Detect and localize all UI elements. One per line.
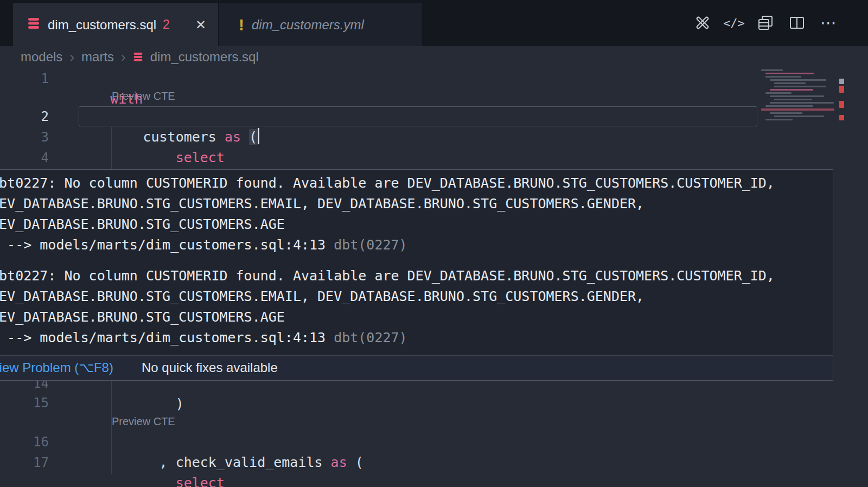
tab-label: dim_customers.sql — [48, 17, 156, 33]
line-number: 3 — [0, 127, 49, 148]
split-editor-icon[interactable] — [788, 14, 806, 32]
editor-actions: </> ⋯ — [693, 3, 838, 42]
error-marker — [839, 86, 844, 93]
error-source-badge: dbt(0227) — [334, 237, 407, 253]
editor-window: dim_customers.sql 2 ✕ ! dim_customers.ym… — [0, 0, 868, 487]
error-marker — [839, 101, 844, 108]
view-problem-link[interactable]: View Problem (⌥F8) — [0, 356, 113, 380]
breadcrumb: models › marts › dim_customers.sql — [0, 46, 868, 68]
text-cursor — [258, 128, 259, 144]
tab-bar: dim_customers.sql 2 ✕ ! dim_customers.ym… — [0, 0, 868, 46]
code-line-16[interactable]: , check_valid_emails as ( — [78, 432, 363, 452]
more-actions-icon[interactable]: ⋯ — [819, 14, 838, 32]
error-marker — [839, 115, 844, 120]
error-location: --> models/marts/dim_customers.sql:4:13 … — [0, 328, 833, 348]
breadcrumb-item-models[interactable]: models — [21, 49, 62, 65]
error-location: --> models/marts/dim_customers.sql:4:13 … — [0, 235, 833, 255]
line-number: 4 — [0, 148, 49, 168]
code-lens-preview-cte[interactable]: Preview CTE — [112, 88, 175, 104]
code-line-15[interactable] — [78, 393, 110, 413]
tab-dim-customers-sql[interactable]: dim_customers.sql 2 ✕ — [13, 3, 218, 46]
table-copy-icon[interactable] — [756, 14, 775, 32]
code-lens-preview-cte[interactable]: Preview CTE — [112, 413, 175, 430]
close-icon[interactable]: ✕ — [195, 17, 206, 33]
problem-count-badge: 2 — [163, 17, 170, 32]
line-number: 17 — [0, 452, 49, 473]
warning-icon: ! — [239, 16, 244, 34]
chevron-right-icon: › — [69, 49, 74, 66]
no-quick-fixes-text: No quick fixes available — [142, 356, 278, 380]
code-line-17[interactable]: select — [78, 452, 225, 473]
breadcrumb-item-file[interactable]: dim_customers.sql — [150, 49, 259, 65]
code-line-3[interactable]: select — [78, 127, 225, 148]
code-line-2[interactable]: customers as ( — [78, 106, 259, 127]
chevron-right-icon: › — [121, 49, 126, 66]
dbt-icon — [27, 17, 40, 33]
line-number: 15 — [0, 393, 49, 413]
scrollbar-thumb[interactable] — [839, 79, 844, 84]
dbt-icon — [133, 52, 143, 62]
line-number: 1 — [0, 68, 49, 89]
tab-label: dim_customers.yml — [252, 17, 364, 33]
code-icon[interactable]: </> — [725, 14, 743, 32]
error-message-2: dbt0227: No column CUSTOMERID found. Ava… — [0, 266, 833, 348]
error-source-badge: dbt(0227) — [334, 330, 407, 345]
line-number: 2 — [0, 106, 49, 127]
line-number: 16 — [0, 432, 49, 452]
code-line-4[interactable]: customerId — [78, 148, 290, 168]
breadcrumb-item-marts[interactable]: marts — [81, 49, 114, 65]
minimap[interactable] — [761, 69, 837, 129]
code-line-1[interactable]: with — [78, 68, 143, 89]
crossed-bones-icon[interactable] — [693, 14, 712, 32]
error-message-1: dbt0227: No column CUSTOMERID found. Ava… — [0, 173, 833, 255]
popup-action-row: View Problem (⌥F8) No quick fixes availa… — [0, 355, 833, 380]
tab-dim-customers-yml[interactable]: ! dim_customers.yml — [219, 3, 422, 46]
problem-hover-popup: dbt0227: No column CUSTOMERID found. Ava… — [0, 169, 833, 381]
